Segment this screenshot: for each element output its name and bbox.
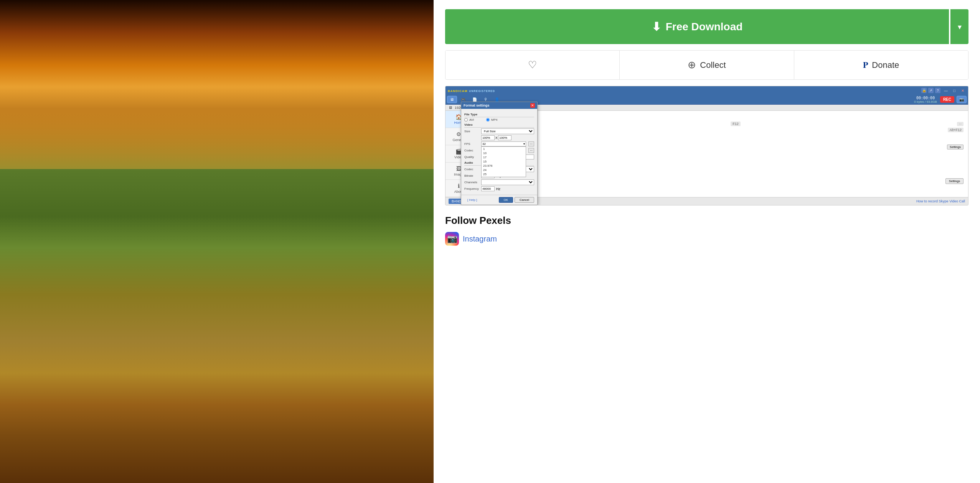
share-icon[interactable]: ↗ xyxy=(928,88,934,93)
fps-arrow-icon: ▾ xyxy=(523,142,525,146)
download-dropdown-button[interactable]: ▾ xyxy=(950,9,968,44)
fps-option-25[interactable]: 25 xyxy=(482,172,526,176)
dialog-footer: [ Help ] OK Cancel xyxy=(461,195,537,205)
size-label: Size xyxy=(464,130,480,133)
frequency-label: Frequency xyxy=(464,187,480,191)
pct-row: X xyxy=(464,135,534,140)
format-buttons-row: Presets ▾ Settings xyxy=(477,178,964,184)
avi-label: AVI xyxy=(469,118,485,122)
chevron-down-icon: ▾ xyxy=(958,23,962,31)
bandicam-main-content: Record Record/Stop Hotkey F12 ··· Pause … xyxy=(472,111,968,197)
dialog-ok-button[interactable]: OK xyxy=(499,197,513,203)
monitor-icon: 🖥 xyxy=(449,105,452,110)
fps-option-10[interactable]: 10 xyxy=(482,151,526,155)
fps-option-24[interactable]: 24 xyxy=(482,168,526,172)
fps-option-1[interactable]: 1 xyxy=(482,147,526,151)
like-button[interactable]: ♡ xyxy=(445,51,620,79)
donate-label: Donate xyxy=(872,60,899,70)
dialog-title: Format settings xyxy=(464,104,490,107)
follow-section: Follow Pexels 📷 Instagram xyxy=(445,215,968,246)
size-select[interactable]: Full Size xyxy=(481,128,534,134)
fps-option-23976[interactable]: 23.976 xyxy=(482,164,526,168)
setting-row-pause-hotkey: Pause Hotkey Alt+F12 xyxy=(477,127,964,133)
bandicam-window: BANDICAM UNREGISTERED 🔒 ↗ ? — □ ✕ 🖥 🎮 📄 … xyxy=(445,86,968,205)
nav-screen-button[interactable]: 🖥 xyxy=(447,96,457,103)
channels-row: Channels xyxy=(464,179,534,185)
frequency-row: Frequency Hz xyxy=(464,186,534,191)
audio-codec-label: Codec xyxy=(464,168,480,171)
heart-icon: ♡ xyxy=(528,59,537,71)
setting-row-record-hotkey: Record/Stop Hotkey F12 ··· xyxy=(477,121,964,127)
fps-option-17[interactable]: 17 xyxy=(482,155,526,159)
fps-option-15[interactable]: 15 xyxy=(482,159,526,164)
dialog-help-link[interactable]: [ Help ] xyxy=(464,197,480,203)
format-settings-button[interactable]: Settings xyxy=(945,178,964,184)
format-audio-row: Audio AAC - Advanced Audio Coding xyxy=(477,168,964,172)
free-download-button[interactable]: ⬇ Free Download xyxy=(445,9,949,44)
mp4-label: MP4 xyxy=(491,118,506,122)
instagram-label: Instagram xyxy=(463,235,497,243)
frequency-input[interactable] xyxy=(481,186,495,191)
right-panel: ⬇ Free Download ▾ ♡ ⊕ Collect 𝐏 Donate B… xyxy=(434,0,980,483)
format-audio-detail-row: 48.0KHz, stereo, 192kbps xyxy=(477,173,964,177)
instagram-link[interactable]: 📷 Instagram xyxy=(445,232,968,246)
setting-row-mouse-click: Add mouse click effects xyxy=(477,138,964,144)
bandicam-titlebar: BANDICAM UNREGISTERED 🔒 ↗ ? — □ ✕ xyxy=(445,86,968,95)
codec-label: Codec xyxy=(464,149,480,152)
size-row: Size Full Size xyxy=(464,128,534,134)
bandicam-title: BANDICAM xyxy=(448,89,468,93)
cam-button[interactable]: 📷 xyxy=(957,96,967,103)
avi-radio[interactable] xyxy=(464,118,468,122)
timer-display: 00:00:00 0 bytes / 93.8GB xyxy=(914,95,937,104)
mp4-radio[interactable] xyxy=(486,118,490,122)
lock-icon[interactable]: 🔒 xyxy=(921,88,927,93)
setting-row-webcam: Add webcam overlay Settings xyxy=(477,144,964,150)
rec-bytes: 0 bytes / 93.8GB xyxy=(914,100,937,104)
bandicam-unreg: UNREGISTERED xyxy=(469,90,495,92)
close-button[interactable]: ✕ xyxy=(960,87,966,94)
fps-display[interactable]: 32 ▾ xyxy=(481,141,526,146)
dialog-close-button[interactable]: ✕ xyxy=(530,103,535,108)
follow-title: Follow Pexels xyxy=(445,215,968,227)
download-icon: ⬇ xyxy=(652,20,661,33)
minimize-button[interactable]: — xyxy=(943,87,949,94)
landscape-image xyxy=(0,0,434,483)
fps-option-29970[interactable]: 29.970 xyxy=(482,176,526,177)
codec-settings-button[interactable]: ··· xyxy=(528,148,534,153)
format-section: Format - MP4 Video H264 - CPU Full Size,… xyxy=(477,153,964,184)
collect-button[interactable]: ⊕ Collect xyxy=(620,51,794,79)
rec-button[interactable]: REC xyxy=(940,96,954,103)
setting-row-mouse-cursor: Show mouse cursor xyxy=(477,133,964,138)
fps-list: 1 10 17 15 23.976 24 25 29.970 30 50 59.… xyxy=(481,146,526,177)
webcam-settings-button[interactable]: Settings xyxy=(947,145,964,150)
dialog-body: File Type AVI MP4 Video Size Full Size xyxy=(461,109,537,195)
pct2-input[interactable] xyxy=(498,135,511,140)
instagram-icon: 📷 xyxy=(445,232,459,246)
question-icon[interactable]: ? xyxy=(935,88,940,93)
channels-select[interactable] xyxy=(481,179,534,185)
maximize-button[interactable]: □ xyxy=(951,87,957,94)
bitrate-label: Bitrate xyxy=(464,174,480,177)
format-video-row: Video H264 - CPU xyxy=(477,159,964,163)
pct1-input[interactable] xyxy=(481,135,495,140)
record-section-title: Record xyxy=(477,114,964,118)
dialog-titlebar: Format settings ✕ xyxy=(461,102,537,109)
plus-circle-icon: ⊕ xyxy=(688,59,696,71)
format-video-detail-row: Full Size, 30.00fps, 8bq xyxy=(477,164,964,168)
action-buttons-row: ♡ ⊕ Collect 𝐏 Donate xyxy=(445,50,968,80)
format-settings-dialog: Format settings ✕ File Type AVI MP4 Vide… xyxy=(461,102,538,205)
paypal-icon: 𝐏 xyxy=(863,60,868,70)
fps-dropdown-container: 32 ▾ 1 10 17 15 23.976 24 25 29.970 xyxy=(481,141,526,146)
pct-display: X xyxy=(481,135,511,140)
fps-settings-button[interactable]: ··· xyxy=(528,141,534,146)
download-row: ⬇ Free Download ▾ xyxy=(445,9,968,44)
fps-label: FPS xyxy=(464,142,480,146)
donate-button[interactable]: 𝐏 Donate xyxy=(794,51,968,79)
format-label: Format - MP4 xyxy=(477,153,964,158)
skype-help-link[interactable]: How to record Skype Video Call xyxy=(916,199,965,203)
dialog-cancel-button[interactable]: Cancel xyxy=(515,197,534,203)
record-hotkey-alt: ··· xyxy=(957,122,964,126)
file-type-row: AVI MP4 xyxy=(464,118,534,122)
collect-label: Collect xyxy=(700,60,726,70)
fps-row: FPS 32 ▾ 1 10 17 15 23.976 24 xyxy=(464,141,534,146)
